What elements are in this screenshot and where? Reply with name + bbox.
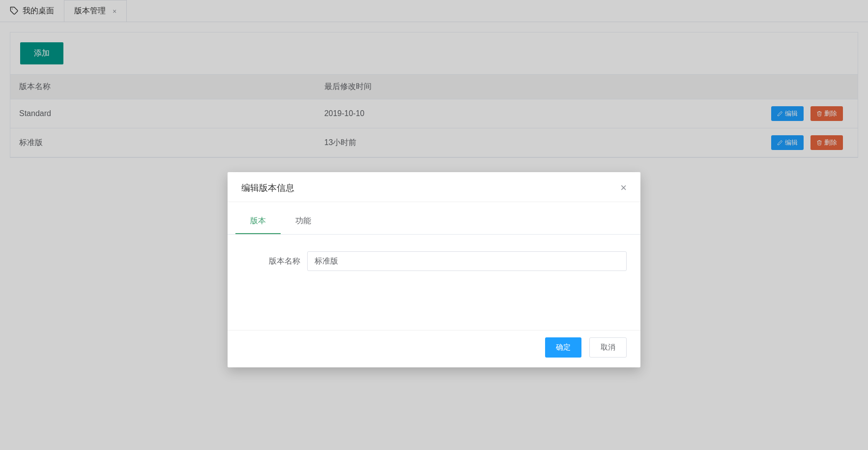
- version-name-input[interactable]: [307, 251, 627, 271]
- dialog-title: 编辑版本信息: [241, 182, 294, 194]
- edit-version-dialog: 编辑版本信息 × 版本 功能 版本名称 确定 取消: [228, 172, 640, 367]
- confirm-button[interactable]: 确定: [545, 337, 581, 358]
- form-row-name: 版本名称: [228, 235, 640, 330]
- close-icon[interactable]: ×: [620, 182, 627, 193]
- version-name-label: 版本名称: [241, 256, 300, 267]
- dialog-body: 版本 功能 版本名称: [228, 209, 640, 330]
- dialog-footer: 确定 取消: [228, 330, 640, 367]
- cancel-button[interactable]: 取消: [589, 337, 627, 358]
- dialog-tabs: 版本 功能: [228, 209, 640, 235]
- tab-version[interactable]: 版本: [235, 209, 281, 234]
- tab-feature[interactable]: 功能: [281, 209, 326, 234]
- dialog-header: 编辑版本信息 ×: [228, 172, 640, 202]
